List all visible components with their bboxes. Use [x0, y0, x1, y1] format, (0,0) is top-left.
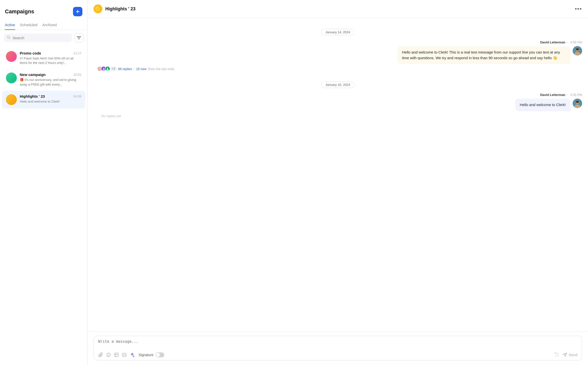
date-label-jan14: January 14, 2024 — [321, 29, 354, 36]
message-group-2: David Letterman • 4:58 PM Hello and welc… — [93, 93, 582, 118]
compose-input[interactable] — [98, 339, 577, 348]
campaign-time-new: 10:52 — [73, 73, 81, 76]
sender-row-1: David Letterman • 4:58 PM — [93, 40, 582, 44]
campaign-preview-new: 🎁 It's our anniversary, and we're giving… — [20, 78, 81, 87]
main-panel: 🟡 Highlights ' 23 ••• January 14, 2024 D… — [88, 0, 588, 365]
campaign-preview-promo: 🏷 Flash Sale Alert! Get 50% off on all i… — [20, 56, 81, 65]
reply-plus-badge-1: +3 — [110, 67, 117, 71]
campaign-list: Promo code 11:17 🏷 Flash Sale Alert! Get… — [0, 46, 87, 365]
message-bubble-2: Hello and welcome to Clerk! — [515, 99, 570, 111]
channel-name: Highlights ' 23 — [105, 6, 135, 12]
signature-label: Signature — [139, 353, 153, 357]
sidebar-title: Campaigns — [5, 8, 34, 15]
campaign-preview-highlights: Hello and welcome to Clerk! — [20, 99, 81, 104]
replies-from-1: (from the last visit) — [148, 67, 174, 71]
campaign-name-promo: Promo code — [20, 51, 41, 55]
toggle-knob — [156, 353, 160, 357]
messages-area: January 14, 2024 David Letterman • 4:58 … — [88, 18, 588, 331]
search-icon — [7, 36, 11, 40]
channel-avatar: 🟡 — [93, 4, 102, 13]
campaign-top-promo: Promo code 11:17 — [20, 51, 81, 55]
template-icon[interactable] — [114, 352, 119, 357]
user-avatar-1 — [573, 46, 582, 55]
send-button[interactable]: Send — [563, 353, 577, 357]
campaign-top-highlights: Highlights ' 23 04:58 — [20, 94, 81, 98]
date-label-jan16: January 16, 2024 — [321, 81, 354, 88]
sender-time-1: 4:58 PM — [570, 40, 582, 44]
signature-toggle: Signature — [139, 352, 164, 357]
main-header: 🟡 Highlights ' 23 ••• — [88, 0, 588, 18]
more-options-button[interactable]: ••• — [575, 6, 582, 12]
avatar-promo — [6, 51, 17, 62]
svg-rect-24 — [115, 353, 118, 357]
message-row-2: Hello and welcome to Clerk! — [93, 99, 582, 111]
replies-new-1: 15 new — [136, 67, 147, 71]
message-row-1: Hello and welcome to Clerk! This is a re… — [93, 46, 582, 64]
sender-time-2: 4:58 PM — [570, 93, 582, 97]
search-input[interactable] — [13, 36, 69, 40]
campaign-time-promo: 11:17 — [73, 51, 81, 55]
sidebar: Campaigns Active Scheduled Archived — [0, 0, 88, 365]
reply-avatar-1c — [105, 66, 110, 72]
svg-point-15 — [107, 68, 109, 69]
svg-line-3 — [9, 38, 10, 39]
tab-bar: Active Scheduled Archived — [0, 20, 87, 30]
reply-avatars-1: +3 — [97, 66, 117, 72]
send-icon — [563, 353, 567, 357]
send-label: Send — [569, 353, 577, 357]
campaign-info-new: New campaign 10:52 🎁 It's our anniversar… — [20, 73, 81, 87]
campaign-item-new[interactable]: New campaign 10:52 🎁 It's our anniversar… — [2, 69, 85, 90]
sender-row-2: David Letterman • 4:58 PM — [93, 93, 582, 97]
svg-point-22 — [108, 354, 108, 355]
campaign-name-new: New campaign — [20, 73, 46, 77]
campaign-info-highlights: Highlights ' 23 04:58 Hello and welcome … — [20, 94, 81, 104]
svg-point-12 — [103, 68, 105, 69]
send-row: Send — [554, 352, 577, 358]
date-divider-jan16: January 16, 2024 — [93, 81, 582, 88]
campaign-info-promo: Promo code 11:17 🏷 Flash Sale Alert! Get… — [20, 51, 81, 65]
campaign-item-highlights[interactable]: Highlights ' 23 04:58 Hello and welcome … — [2, 91, 85, 109]
user-avatar-icon-2 — [573, 99, 582, 108]
sender-name-2: David Letterman — [540, 93, 565, 97]
signature-toggle-switch[interactable] — [155, 352, 164, 357]
sender-name-1: David Letterman — [540, 40, 565, 44]
tab-active[interactable]: Active — [5, 20, 15, 30]
compose-toolbar: Signature Send — [98, 352, 577, 358]
tab-archived[interactable]: Archived — [42, 20, 57, 30]
svg-point-21 — [107, 353, 110, 357]
filter-button[interactable] — [74, 33, 83, 42]
replies-row-1[interactable]: +3 86 replies • 15 new (from the last vi… — [93, 66, 582, 72]
user-avatar-2 — [573, 99, 582, 108]
sidebar-header: Campaigns — [0, 0, 87, 20]
campaign-item-promo[interactable]: Promo code 11:17 🏷 Flash Sale Alert! Get… — [2, 48, 85, 69]
undo-button[interactable] — [554, 352, 559, 358]
filter-icon — [77, 36, 81, 39]
compose-box[interactable]: Signature Send — [93, 336, 582, 361]
add-campaign-button[interactable] — [73, 7, 82, 16]
no-replies-label-2: No replies yet — [97, 114, 121, 118]
compose-area: Signature Send — [88, 331, 588, 365]
avatar-highlights — [6, 94, 17, 105]
campaign-time-highlights: 04:58 — [73, 94, 81, 98]
svg-point-23 — [109, 354, 110, 355]
reply-avatar-icon-1c — [105, 67, 110, 71]
message-bubble-1: Hello and welcome to Clerk! This is a re… — [398, 46, 570, 64]
channel-title: 🟡 Highlights ' 23 — [93, 4, 135, 13]
campaign-top-new: New campaign 10:52 — [20, 73, 81, 77]
magic-icon[interactable] — [130, 352, 135, 357]
campaign-name-highlights: Highlights ' 23 — [20, 94, 45, 98]
attachment-icon[interactable] — [98, 352, 103, 357]
avatar-new — [6, 73, 17, 83]
date-divider-jan14: January 14, 2024 — [93, 29, 582, 36]
replies-count-1: 86 replies — [118, 67, 132, 71]
search-box[interactable] — [4, 34, 72, 42]
plus-icon — [75, 9, 80, 14]
code-icon[interactable] — [122, 352, 127, 357]
emoji-icon[interactable] — [106, 352, 111, 357]
search-row — [0, 30, 87, 46]
user-avatar-icon-1 — [573, 46, 582, 55]
no-replies-row-2: No replies yet — [93, 113, 582, 118]
tab-scheduled[interactable]: Scheduled — [20, 20, 37, 30]
message-group-1: David Letterman • 4:58 PM Hello and welc… — [93, 40, 582, 72]
